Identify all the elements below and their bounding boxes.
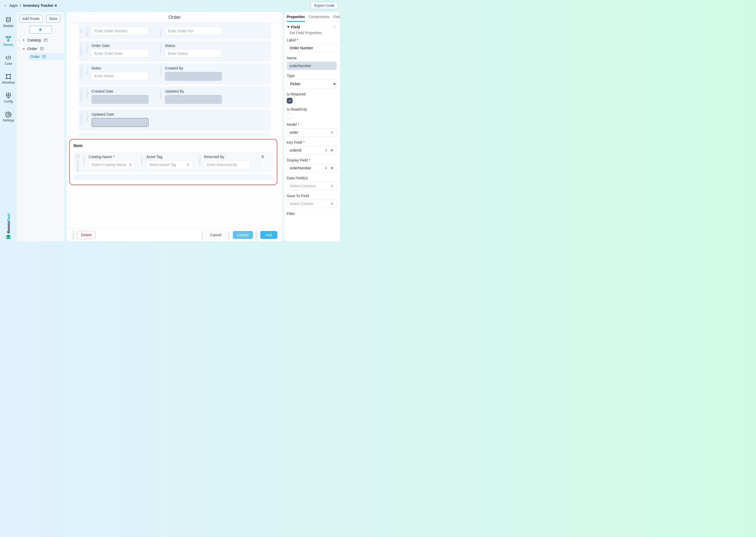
input-updated-by <box>165 95 222 104</box>
prop-type-select[interactable]: Picker <box>287 79 337 88</box>
prop-label-input[interactable] <box>287 44 337 52</box>
tab-components[interactable]: Components <box>308 15 329 22</box>
input-created-date <box>92 95 149 104</box>
play-button[interactable] <box>29 26 52 34</box>
field-returned-by[interactable]: Field Returned By Enter Returned By <box>198 155 251 169</box>
input-order-number[interactable]: Enter Order Number <box>92 27 149 35</box>
close-icon[interactable] <box>330 148 334 152</box>
gear-icon <box>5 111 12 117</box>
trash-icon[interactable] <box>333 25 337 29</box>
add-route-button[interactable]: Add Route <box>20 15 42 22</box>
tab-properties[interactable]: Properties <box>287 15 305 22</box>
field-created-by[interactable]: Field Created By <box>159 66 222 81</box>
side-nav: Models Routes Code Workflow Config Setti… <box>0 11 17 242</box>
chevron-right-icon <box>21 38 26 42</box>
table-footer <box>73 175 273 180</box>
chevron-down-icon <box>21 47 26 51</box>
prop-readonly-checkbox[interactable] <box>287 113 293 119</box>
save-button[interactable]: Save <box>46 15 60 22</box>
input-status[interactable]: Enter Status <box>165 49 222 58</box>
chevron-right-icon <box>330 130 334 135</box>
field-updated-by[interactable]: Field Updated By <box>159 89 222 104</box>
nav-workflow[interactable]: Workflow <box>1 72 16 86</box>
picker-catalog-name[interactable]: Select Catalog Name <box>89 160 135 169</box>
prop-displayfield-picker[interactable]: orderNumber <box>287 164 337 172</box>
svg-rect-11 <box>42 55 45 58</box>
input-notes[interactable]: Enter Notes <box>92 72 149 80</box>
props-header: Field <box>291 25 300 29</box>
close-icon[interactable] <box>330 166 334 170</box>
prop-keyfield-picker[interactable]: orderId <box>287 146 337 154</box>
field-notes[interactable]: Field Notes Enter Notes <box>86 66 149 81</box>
add-button[interactable]: Add <box>260 231 277 239</box>
section-block[interactable]: tion Field Enter Order Number Field Ente… <box>78 27 271 39</box>
button-bar: Button Delete Button Cancel Button Updat… <box>66 228 283 241</box>
prop-model-picker[interactable]: order <box>287 128 337 137</box>
table-icon <box>44 38 48 42</box>
input-returned-by[interactable]: Enter Returned By <box>204 160 251 169</box>
prop-required-checkbox[interactable] <box>287 98 293 103</box>
field-order-for[interactable]: Field Enter Order For <box>159 27 222 35</box>
chevron-right-icon[interactable] <box>324 148 328 152</box>
breadcrumb: Apps / Inventory Tracker 4 <box>3 3 57 8</box>
field-updated-date[interactable]: Field Updated Date <box>86 112 149 127</box>
triangle-down-icon[interactable] <box>287 25 290 28</box>
properties-panel: Properties Components Fields Field Set F… <box>284 12 340 241</box>
item-panel[interactable]: Item Table istView Field Catalog Name * … <box>69 139 277 185</box>
svg-point-0 <box>6 17 11 19</box>
svg-point-4 <box>6 74 7 75</box>
input-order-for[interactable]: Enter Order For <box>165 27 222 35</box>
section-block[interactable]: Section Field Updated Date <box>78 109 271 131</box>
play-icon <box>39 27 43 32</box>
tree-sub-order[interactable]: Order <box>28 53 64 60</box>
nav-code[interactable]: Code <box>1 53 16 67</box>
section-block[interactable]: Section Field Created Date Field Updated… <box>78 87 271 107</box>
breadcrumb-sep: / <box>20 3 21 8</box>
chevron-right-icon[interactable] <box>324 166 328 170</box>
svg-rect-1 <box>6 36 7 38</box>
tree-row-order[interactable]: Order <box>17 44 64 53</box>
field-catalog-name[interactable]: Field Catalog Name * Select Catalog Name <box>83 155 135 169</box>
field-created-date[interactable]: Field Created Date <box>86 89 149 104</box>
delete-button[interactable]: Delete <box>77 231 96 239</box>
chevron-right-icon <box>330 184 334 188</box>
svg-rect-12 <box>76 154 79 158</box>
table-stack-icon <box>75 154 80 159</box>
section-block[interactable]: Section Field Order Date Enter Order Dat… <box>78 41 271 62</box>
nav-config[interactable]: Config <box>1 91 16 105</box>
svg-point-5 <box>10 74 11 75</box>
prop-datafields-label: Data Field(s) <box>287 176 337 180</box>
svg-point-7 <box>10 78 11 79</box>
cancel-button[interactable]: Cancel <box>206 231 225 239</box>
export-code-button[interactable]: Export Code <box>311 2 338 9</box>
props-subtitle: Set Field Properties <box>287 31 337 35</box>
field-cut[interactable]: R E <box>256 155 264 169</box>
nav-models[interactable]: Models <box>1 15 16 29</box>
table-icon <box>40 47 44 51</box>
svg-rect-13 <box>76 155 79 158</box>
field-order-date[interactable]: Field Order Date Enter Order Date <box>86 44 149 58</box>
logo-icon <box>5 234 12 240</box>
table-list-view[interactable]: Table istView Field Catalog Name * Selec… <box>73 151 273 172</box>
input-updated-date[interactable] <box>92 118 149 127</box>
prop-required-label: Is Required <box>287 92 337 96</box>
back-arrow-icon[interactable] <box>3 3 7 8</box>
breadcrumb-apps[interactable]: Apps <box>10 3 18 8</box>
field-order-number[interactable]: Field Enter Order Number <box>86 27 149 35</box>
field-asset-tag[interactable]: Field Asset Tag Select Asset Tag <box>140 155 193 169</box>
update-button[interactable]: Update <box>233 231 253 239</box>
tab-fields[interactable]: Fields <box>333 15 340 22</box>
field-status[interactable]: Field Status Enter Status <box>159 44 222 58</box>
picker-asset-tag[interactable]: Select Asset Tag <box>146 160 193 169</box>
svg-point-6 <box>6 78 7 79</box>
nav-settings[interactable]: Settings <box>1 109 16 124</box>
section-block[interactable]: Section Field Notes Enter Notes Field Cr… <box>78 63 271 84</box>
prop-model-label: Model * <box>287 122 337 127</box>
prop-datafields-picker[interactable]: Select Columns <box>287 182 337 190</box>
shield-icon <box>5 92 12 99</box>
canvas: Order tion Field Enter Order Number Fiel… <box>66 12 283 241</box>
tree-row-catalog[interactable]: Catalog <box>17 36 64 44</box>
prop-saveto-picker[interactable]: Select Column <box>287 199 337 208</box>
nav-routes[interactable]: Routes <box>1 34 16 48</box>
input-order-date[interactable]: Enter Order Date <box>92 49 149 58</box>
